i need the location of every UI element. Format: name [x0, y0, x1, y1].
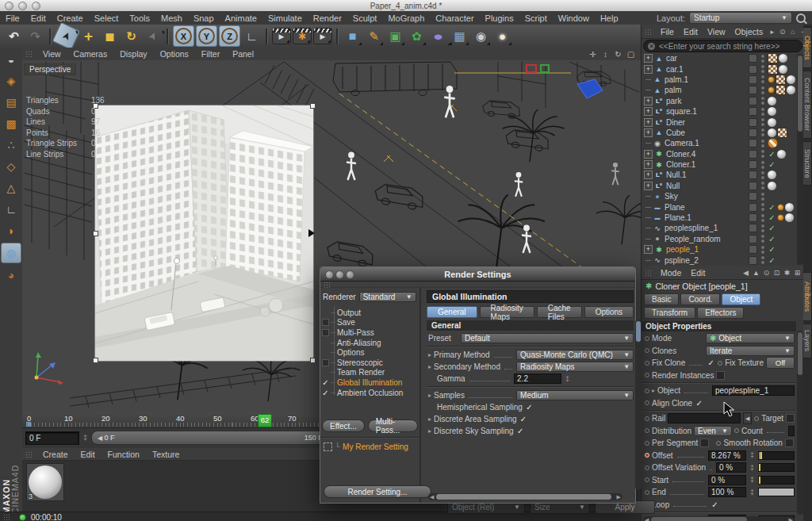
start-slider[interactable] — [758, 476, 795, 485]
tag-icon[interactable] — [768, 203, 776, 212]
expander-icon[interactable]: ▸ — [428, 427, 431, 435]
tag-icon[interactable] — [768, 235, 776, 243]
enable-checkbox[interactable] — [320, 359, 331, 366]
layer-swatch[interactable] — [749, 118, 757, 127]
add-light-menu[interactable]: ● — [492, 26, 512, 46]
tag-icon[interactable] — [768, 182, 776, 190]
expand-toggle-icon[interactable] — [644, 107, 653, 116]
render-settings-tree-item[interactable]: Stereoscopic — [320, 358, 419, 368]
keyframe-dot[interactable] — [645, 361, 649, 366]
expand-toggle-icon[interactable] — [644, 245, 653, 254]
tag-icon[interactable] — [787, 75, 795, 84]
gi-tab[interactable]: Cache Files — [537, 306, 582, 318]
menu-item[interactable]: Plugins — [480, 13, 519, 23]
render-settings-tree-item[interactable]: Global Illumination — [320, 377, 419, 388]
tag-icon[interactable] — [779, 54, 787, 63]
tag-icon[interactable] — [777, 150, 786, 159]
tag-icon[interactable] — [785, 213, 794, 222]
layer-swatch[interactable] — [749, 150, 757, 159]
attr-menu-item[interactable]: Edit — [686, 268, 710, 278]
frame-stepper[interactable]: ‡ — [82, 434, 89, 442]
render-preset-item[interactable]: └ My Render Setting — [320, 440, 419, 451]
object-row[interactable]: Lº square.1 — [642, 106, 804, 117]
zoom-view-icon[interactable]: ↕ — [600, 50, 611, 59]
back-icon[interactable]: ◀ — [741, 269, 750, 277]
menu-item[interactable]: Edit — [25, 13, 52, 23]
add-generator-menu[interactable]: ▣ — [385, 26, 405, 46]
visibility-dots[interactable] — [760, 224, 765, 232]
object-row[interactable]: ▲ car — [642, 53, 804, 63]
object-search-field[interactable]: ✕ <<Enter your search string here>> — [643, 40, 802, 52]
tab-layers[interactable]: Layers — [803, 324, 812, 358]
gi-tab[interactable]: General — [427, 306, 477, 318]
tag-icon[interactable] — [787, 86, 795, 94]
object-row[interactable]: ▬ Plane.1 — [642, 213, 804, 223]
panel-grip-icon[interactable] — [25, 451, 33, 458]
start-field[interactable]: 0 % — [708, 475, 746, 485]
value-stepper[interactable]: ‡ — [749, 464, 756, 472]
offset-variation-slider[interactable] — [758, 463, 795, 472]
panel-grip-icon[interactable] — [324, 282, 331, 288]
object-name[interactable]: palm.1 — [665, 75, 749, 84]
object-name[interactable]: Cube — [666, 128, 749, 137]
visibility-dots[interactable] — [760, 214, 765, 222]
object-row[interactable]: ∿ pspline_2 — [642, 255, 804, 265]
add-environment-menu[interactable]: ▦ — [450, 26, 469, 46]
discrete-sky-sampling-checkbox[interactable] — [516, 427, 525, 435]
object-row[interactable]: ✱ Cloner.4 — [642, 149, 804, 159]
attribute-scrollbar[interactable] — [797, 331, 803, 515]
material-menu-item[interactable]: Edit — [75, 450, 102, 459]
object-name[interactable]: palm — [665, 86, 749, 94]
offset-field[interactable]: 8.267 % — [708, 450, 746, 461]
live-selection-tool[interactable]: ➤ — [52, 22, 81, 51]
expander-icon[interactable]: ▸ — [428, 416, 431, 423]
y-axis-lock-button[interactable]: Y — [196, 25, 217, 47]
layer-swatch[interactable] — [749, 192, 757, 201]
menu-item[interactable]: Script — [519, 13, 553, 23]
keyframe-dot[interactable] — [645, 336, 649, 341]
expand-toggle-icon[interactable] — [644, 214, 651, 221]
object-row[interactable]: ▬ Plane — [642, 201, 804, 212]
keyframe-dot[interactable] — [645, 490, 649, 495]
keyframe-dot[interactable] — [645, 477, 649, 482]
render-settings-tree-item[interactable]: Multi-Pass — [320, 328, 419, 338]
visibility-dots[interactable] — [760, 182, 765, 190]
expand-toggle-icon[interactable] — [644, 204, 651, 211]
attribute-tab[interactable]: Coord. — [680, 293, 720, 305]
render-settings-dialog[interactable]: Render Settings Renderer Standard▼ Outpu… — [320, 266, 636, 504]
model-mode-icon[interactable]: ◈ — [2, 71, 21, 90]
offset-variation-field[interactable]: 0 % — [716, 462, 746, 473]
tag-icon[interactable] — [768, 97, 776, 105]
tag-icon[interactable] — [768, 138, 778, 148]
object-row[interactable]: Lº Diner — [642, 117, 804, 127]
value-stepper[interactable]: ‡ — [564, 375, 571, 383]
keyframe-dot[interactable] — [754, 416, 759, 421]
tag-icon[interactable] — [768, 213, 776, 222]
tag-icon[interactable] — [776, 75, 786, 85]
gi-group-header[interactable]: General — [427, 320, 634, 331]
tag-icon[interactable] — [777, 128, 787, 138]
visibility-dots[interactable] — [760, 108, 765, 116]
expand-toggle-icon[interactable] — [644, 76, 651, 83]
z-axis-lock-button[interactable]: Z — [219, 25, 240, 47]
expand-toggle-icon[interactable] — [644, 118, 653, 127]
texture-axis-icon[interactable]: ▤ — [2, 93, 21, 112]
render-settings-tree-item[interactable]: Team Render — [320, 368, 419, 378]
visibility-dots[interactable] — [760, 75, 765, 83]
move-tool[interactable]: + — [79, 26, 98, 46]
attribute-tab[interactable]: Transform — [644, 307, 695, 319]
layer-swatch[interactable] — [749, 128, 757, 137]
object-name[interactable]: people_1 — [666, 245, 749, 254]
enable-checkbox[interactable] — [320, 378, 331, 387]
layer-swatch[interactable] — [749, 170, 757, 179]
layer-swatch[interactable] — [749, 182, 757, 190]
fix-clone-checkbox[interactable] — [707, 358, 715, 367]
visibility-dots[interactable] — [760, 256, 765, 264]
panel-flyout-icon[interactable]: ▸ — [768, 28, 776, 36]
add-cube-menu[interactable]: ■ — [343, 26, 362, 46]
discrete-area-sampling-checkbox[interactable] — [519, 415, 528, 423]
menu-item[interactable]: Window — [553, 13, 595, 23]
visibility-dots[interactable] — [760, 161, 765, 169]
tag-icon[interactable] — [768, 150, 776, 159]
layer-swatch[interactable] — [749, 235, 757, 243]
